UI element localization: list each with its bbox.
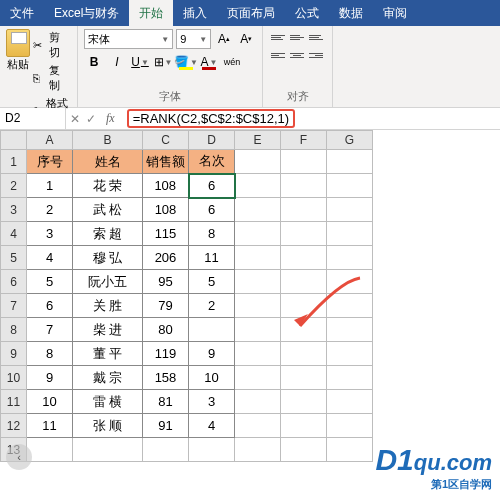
cell[interactable]: 3: [189, 390, 235, 414]
col-header[interactable]: A: [27, 131, 73, 150]
cell[interactable]: 91: [143, 414, 189, 438]
menu-review[interactable]: 审阅: [373, 0, 417, 26]
cell[interactable]: 11: [189, 246, 235, 270]
copy-button[interactable]: ⎘复制: [32, 62, 71, 94]
header-cell[interactable]: 序号: [27, 150, 73, 174]
cell[interactable]: 2: [189, 294, 235, 318]
row-header[interactable]: 9: [1, 342, 27, 366]
grid[interactable]: ABCDEFG1序号姓名销售额名次21花 荣108632武 松108643索 超…: [0, 130, 373, 462]
cell[interactable]: 119: [143, 342, 189, 366]
row-header[interactable]: 5: [1, 246, 27, 270]
row-header[interactable]: 7: [1, 294, 27, 318]
font-size-combo[interactable]: 9▼: [176, 29, 211, 49]
align-left-button[interactable]: [269, 47, 287, 63]
cell[interactable]: 108: [143, 198, 189, 222]
row-header[interactable]: 11: [1, 390, 27, 414]
cell[interactable]: 95: [143, 270, 189, 294]
cell[interactable]: 10: [27, 390, 73, 414]
cell[interactable]: 阮小五: [73, 270, 143, 294]
underline-button[interactable]: U▼: [130, 52, 150, 72]
cell[interactable]: 5: [189, 270, 235, 294]
cell[interactable]: 索 超: [73, 222, 143, 246]
cancel-icon[interactable]: ✕: [70, 112, 80, 126]
cell[interactable]: 张 顺: [73, 414, 143, 438]
header-cell[interactable]: 销售额: [143, 150, 189, 174]
bold-button[interactable]: B: [84, 52, 104, 72]
menu-excel[interactable]: Excel与财务: [44, 0, 129, 26]
row-header[interactable]: 1: [1, 150, 27, 174]
cell[interactable]: 1: [27, 174, 73, 198]
header-cell[interactable]: 名次: [189, 150, 235, 174]
cell[interactable]: 关 胜: [73, 294, 143, 318]
cell[interactable]: 81: [143, 390, 189, 414]
row-header[interactable]: 3: [1, 198, 27, 222]
menu-data[interactable]: 数据: [329, 0, 373, 26]
cell[interactable]: 董 平: [73, 342, 143, 366]
header-cell[interactable]: 姓名: [73, 150, 143, 174]
col-header[interactable]: B: [73, 131, 143, 150]
cell[interactable]: 花 荣: [73, 174, 143, 198]
name-box[interactable]: D2: [0, 108, 66, 129]
cut-button[interactable]: ✂剪切: [32, 29, 71, 61]
enter-icon[interactable]: ✓: [86, 112, 96, 126]
cell[interactable]: 8: [189, 222, 235, 246]
col-header[interactable]: D: [189, 131, 235, 150]
font-color-button[interactable]: A▼: [199, 52, 219, 72]
cell[interactable]: 4: [189, 414, 235, 438]
phonetic-button[interactable]: wén: [222, 52, 242, 72]
row-header[interactable]: 8: [1, 318, 27, 342]
cell[interactable]: [189, 318, 235, 342]
cell[interactable]: 2: [27, 198, 73, 222]
row-header[interactable]: 6: [1, 270, 27, 294]
align-center-button[interactable]: [288, 47, 306, 63]
cell[interactable]: 10: [189, 366, 235, 390]
align-top-button[interactable]: [269, 29, 287, 45]
italic-button[interactable]: I: [107, 52, 127, 72]
font-name-combo[interactable]: 宋体▼: [84, 29, 173, 49]
row-header[interactable]: 4: [1, 222, 27, 246]
cell[interactable]: 3: [27, 222, 73, 246]
fill-color-button[interactable]: 🪣▼: [176, 52, 196, 72]
cell[interactable]: 158: [143, 366, 189, 390]
increase-font-button[interactable]: A▴: [214, 29, 233, 49]
menu-home[interactable]: 开始: [129, 0, 173, 26]
decrease-font-button[interactable]: A▾: [237, 29, 256, 49]
align-middle-button[interactable]: [288, 29, 306, 45]
cell[interactable]: 穆 弘: [73, 246, 143, 270]
cell[interactable]: 4: [27, 246, 73, 270]
col-header[interactable]: C: [143, 131, 189, 150]
row-header[interactable]: 12: [1, 414, 27, 438]
cell[interactable]: 7: [27, 318, 73, 342]
menu-layout[interactable]: 页面布局: [217, 0, 285, 26]
cell[interactable]: 柴 进: [73, 318, 143, 342]
cell[interactable]: 武 松: [73, 198, 143, 222]
fx-icon[interactable]: fx: [102, 111, 119, 126]
cell[interactable]: 206: [143, 246, 189, 270]
cell[interactable]: 戴 宗: [73, 366, 143, 390]
cell[interactable]: 6: [189, 174, 235, 198]
row-header[interactable]: 2: [1, 174, 27, 198]
align-bottom-button[interactable]: [307, 29, 325, 45]
col-header[interactable]: F: [281, 131, 327, 150]
cell[interactable]: 6: [189, 198, 235, 222]
menu-formula[interactable]: 公式: [285, 0, 329, 26]
col-header[interactable]: E: [235, 131, 281, 150]
cell[interactable]: 9: [27, 366, 73, 390]
border-button[interactable]: ⊞▼: [153, 52, 173, 72]
formula-bar[interactable]: =RANK(C2,$C$2:$C$12,1): [123, 108, 500, 129]
cell[interactable]: 8: [27, 342, 73, 366]
col-header[interactable]: G: [327, 131, 373, 150]
cell[interactable]: 5: [27, 270, 73, 294]
cell[interactable]: 80: [143, 318, 189, 342]
cell[interactable]: 108: [143, 174, 189, 198]
row-header[interactable]: 10: [1, 366, 27, 390]
cell[interactable]: 6: [27, 294, 73, 318]
align-right-button[interactable]: [307, 47, 325, 63]
cell[interactable]: 9: [189, 342, 235, 366]
menu-insert[interactable]: 插入: [173, 0, 217, 26]
select-all-corner[interactable]: [1, 131, 27, 150]
cell[interactable]: 79: [143, 294, 189, 318]
cell[interactable]: 115: [143, 222, 189, 246]
cell[interactable]: 雷 横: [73, 390, 143, 414]
menu-file[interactable]: 文件: [0, 0, 44, 26]
